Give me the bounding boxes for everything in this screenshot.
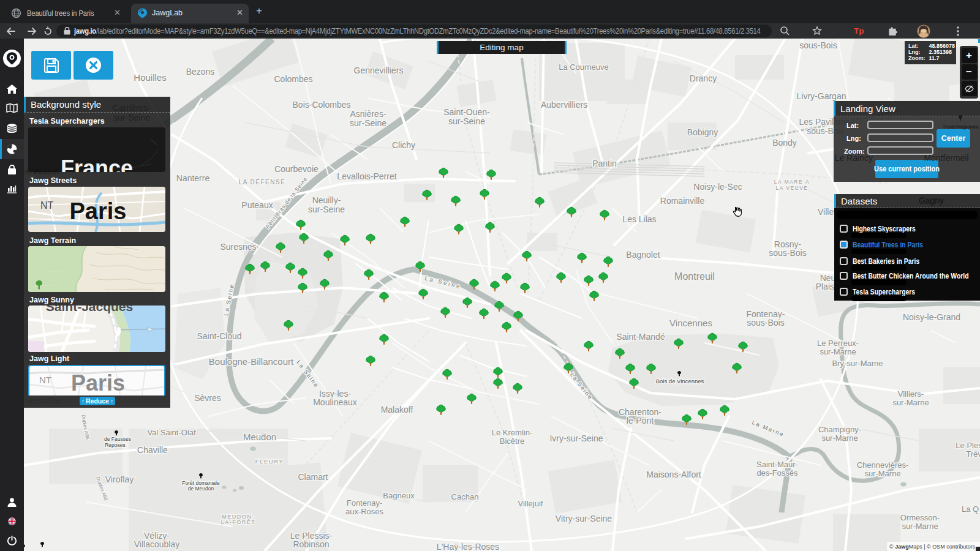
svg-text:Robinson: Robinson xyxy=(293,539,329,549)
svg-text:La Courneuve: La Courneuve xyxy=(559,62,609,72)
svg-text:Le Ples: Le Ples xyxy=(956,441,980,450)
svg-text:de Meudon: de Meudon xyxy=(188,485,214,492)
svg-text:Fontenay-: Fontenay- xyxy=(347,498,383,508)
svg-text:sur-Marne: sur-Marne xyxy=(820,347,856,356)
svg-text:Villiers-: Villiers- xyxy=(898,389,924,399)
svg-text:Chaville: Chaville xyxy=(137,445,168,455)
svg-text:Bagneux: Bagneux xyxy=(383,491,415,500)
svg-text:LA MARE À: LA MARE À xyxy=(774,179,810,185)
svg-text:Chennevières-: Chennevières- xyxy=(857,460,909,470)
svg-text:Noisy-le-Sec: Noisy-le-Sec xyxy=(693,182,742,192)
svg-text:Champigny-: Champigny- xyxy=(818,425,861,434)
svg-text:le-Pont: le-Pont xyxy=(627,416,654,425)
svg-text:Le Perreux-: Le Perreux- xyxy=(817,339,859,348)
svg-text:Vincennes: Vincennes xyxy=(669,318,712,328)
svg-text:Bois de Vincennes: Bois de Vincennes xyxy=(656,378,704,384)
svg-text:Courbevoie: Courbevoie xyxy=(274,164,318,174)
svg-text:sous-Bois: sous-Bois xyxy=(747,318,784,328)
svg-text:sur-Seine: sur-Seine xyxy=(350,118,386,128)
svg-text:LA VEUVE: LA VEUVE xyxy=(775,185,808,191)
svg-text:Clamart: Clamart xyxy=(298,472,328,482)
svg-text:Bois-Colombes: Bois-Colombes xyxy=(293,100,351,110)
svg-text:Ormesson-: Ormesson- xyxy=(900,513,940,522)
svg-text:Asnières-: Asnières- xyxy=(350,109,386,119)
svg-text:Bicêtre: Bicêtre xyxy=(500,437,524,446)
svg-text:Sèvres: Sèvres xyxy=(194,393,221,403)
svg-text:Nanterre: Nanterre xyxy=(176,173,210,183)
svg-text:Cachan: Cachan xyxy=(451,492,479,501)
svg-text:sur-Marne: sur-Marne xyxy=(902,522,938,531)
svg-text:La Q: La Q xyxy=(962,504,979,514)
svg-text:Saint-Cloud: Saint-Cloud xyxy=(197,331,241,341)
svg-text:Pantin: Pantin xyxy=(592,159,617,168)
svg-text:Bagnolet: Bagnolet xyxy=(626,250,660,260)
svg-text:sur-Marne: sur-Marne xyxy=(864,469,900,478)
svg-text:Viroflay: Viroflay xyxy=(105,474,134,484)
svg-text:Les Lilas: Les Lilas xyxy=(622,214,656,224)
svg-text:Neuilly-: Neuilly- xyxy=(312,195,341,205)
svg-text:Le Kremlin-: Le Kremlin- xyxy=(492,428,532,437)
svg-text:Paris: Paris xyxy=(71,370,125,395)
svg-text:Saint-Ouen-: Saint-Ouen- xyxy=(443,107,490,117)
svg-text:Bry-sur-Marne: Bry-sur-Marne xyxy=(832,359,883,368)
svg-text:Drancy: Drancy xyxy=(690,73,717,83)
svg-text:Noisy-le-Grand: Noisy-le-Grand xyxy=(903,312,960,322)
svg-text:Reposes: Reposes xyxy=(105,442,126,448)
svg-text:sur-Seine: sur-Seine xyxy=(448,116,485,126)
svg-text:aux-Roses: aux-Roses xyxy=(345,507,384,516)
svg-text:sur-Seine: sur-Seine xyxy=(308,204,345,214)
svg-text:Saint-Maur-: Saint-Maur- xyxy=(756,460,798,469)
svg-text:sous-Bois: sous-Bois xyxy=(799,40,837,50)
svg-text:Bobigny: Bobigny xyxy=(687,127,718,137)
svg-text:Moulineaux: Moulineaux xyxy=(313,397,357,407)
svg-text:Trév: Trév xyxy=(966,449,980,459)
svg-text:Villejuif: Villejuif xyxy=(518,499,543,508)
svg-text:LA DÉFENSE: LA DÉFENSE xyxy=(239,178,286,186)
svg-text:Boulogne-Billancourt: Boulogne-Billancourt xyxy=(209,356,294,367)
svg-text:Houilles: Houilles xyxy=(134,72,166,83)
svg-text:Bondy: Bondy xyxy=(772,138,797,148)
svg-text:NT: NT xyxy=(39,375,51,385)
svg-text:Vitry-sur-Seine: Vitry-sur-Seine xyxy=(556,514,612,523)
svg-text:Puteaux: Puteaux xyxy=(241,200,273,210)
svg-text:sur-Marne: sur-Marne xyxy=(892,398,929,407)
svg-text:NT: NT xyxy=(40,200,54,211)
svg-text:FLEURY: FLEURY xyxy=(255,458,284,465)
svg-text:Malakoff: Malakoff xyxy=(381,405,413,414)
svg-text:Clichy: Clichy xyxy=(392,140,415,150)
svg-text:Gennevilliers: Gennevilliers xyxy=(354,66,404,75)
svg-text:Bezons: Bezons xyxy=(186,67,215,77)
svg-text:Livry-Gargan: Livry-Gargan xyxy=(797,91,846,101)
svg-text:sur-Marne: sur-Marne xyxy=(821,433,858,443)
svg-text:des-Fossés: des-Fossés xyxy=(756,468,798,478)
svg-text:de Fausses: de Fausses xyxy=(104,436,131,442)
svg-text:Levallois-Perret: Levallois-Perret xyxy=(337,171,396,181)
svg-text:Montreuil: Montreuil xyxy=(674,271,715,282)
svg-text:Suresnes: Suresnes xyxy=(220,242,256,252)
svg-text:Ivry-sur-Seine: Ivry-sur-Seine xyxy=(549,433,603,443)
svg-text:L'Haÿ-les-Roses: L'Haÿ-les-Roses xyxy=(437,542,499,551)
svg-text:Meudon: Meudon xyxy=(243,432,276,442)
svg-text:Romainville: Romainville xyxy=(660,196,705,206)
svg-text:Paris: Paris xyxy=(70,198,127,224)
svg-text:Colombes: Colombes xyxy=(274,74,312,84)
svg-text:Maisons-Alfort: Maisons-Alfort xyxy=(646,470,701,479)
svg-text:LA-FORÊT: LA-FORÊT xyxy=(221,519,256,525)
svg-text:Val Saint-Olaf: Val Saint-Olaf xyxy=(147,428,196,437)
svg-text:Saint-Mandé: Saint-Mandé xyxy=(616,332,665,342)
svg-text:sous-Bois: sous-Bois xyxy=(769,248,806,258)
svg-text:Aubervilliers: Aubervilliers xyxy=(541,100,587,110)
svg-text:Saint-Jacques: Saint-Jacques xyxy=(46,305,133,313)
svg-text:Villacoublay: Villacoublay xyxy=(134,539,179,549)
